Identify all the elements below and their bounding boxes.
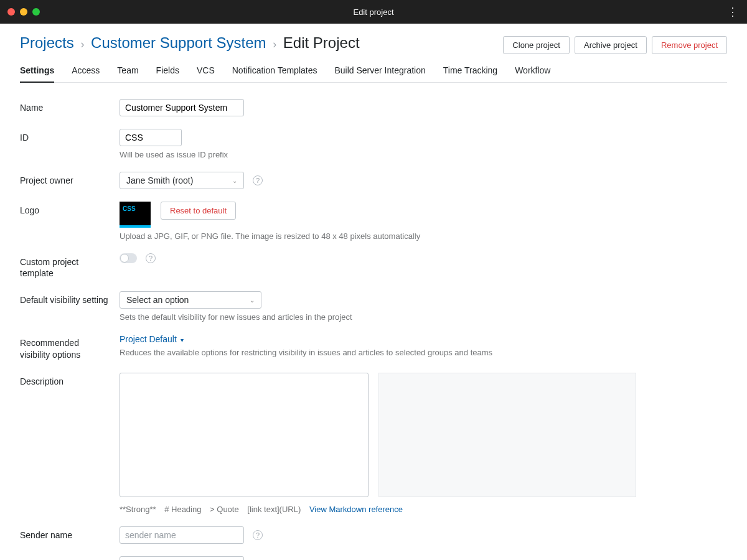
sender-name-input[interactable] (120, 526, 244, 544)
id-label: ID (20, 129, 110, 143)
custom-template-label: Custom project template (20, 253, 110, 279)
breadcrumb-current: Edit Project (283, 34, 360, 51)
tab-team[interactable]: Team (117, 65, 138, 83)
breadcrumb-project-link[interactable]: Customer Support System (91, 34, 266, 51)
window-titlebar: Edit project ⋮ (0, 0, 747, 24)
breadcrumb: Projects › Customer Support System › Edi… (20, 34, 360, 52)
recommended-visibility-value: Project Default (120, 334, 177, 344)
description-label: Description (20, 373, 110, 387)
help-icon[interactable]: ? (253, 530, 263, 540)
name-input[interactable] (120, 99, 244, 116)
window-title: Edit project (0, 7, 747, 17)
chevron-down-icon: ⌄ (250, 297, 255, 304)
chevron-right-icon: › (270, 38, 279, 50)
remove-project-button[interactable]: Remove project (652, 36, 727, 54)
tab-time-tracking[interactable]: Time Tracking (443, 65, 497, 83)
default-visibility-hint: Sets the default visibility for new issu… (120, 312, 727, 322)
tab-build-server-integration[interactable]: Build Server Integration (334, 65, 425, 83)
chevron-down-icon: ⌄ (232, 177, 237, 184)
logo-tile-text: CSS (123, 205, 136, 212)
tab-access[interactable]: Access (72, 65, 100, 83)
recommended-visibility-label: Recommended visibility options (20, 334, 110, 360)
tab-notification-templates[interactable]: Notification Templates (232, 65, 317, 83)
logo-label: Logo (20, 202, 110, 216)
reset-logo-button[interactable]: Reset to default (161, 202, 236, 220)
caret-down-icon: ▾ (181, 337, 184, 343)
breadcrumb-projects-link[interactable]: Projects (20, 34, 74, 51)
kebab-menu-icon[interactable]: ⋮ (727, 6, 738, 17)
logo-hint: Upload a JPG, GIF, or PNG file. The imag… (120, 231, 727, 241)
custom-template-toggle[interactable] (120, 253, 137, 263)
description-preview (378, 373, 636, 497)
recommended-visibility-hint: Reduces the available options for restri… (120, 348, 727, 357)
settings-tabs: SettingsAccessTeamFieldsVCSNotification … (20, 65, 727, 83)
chevron-right-icon: › (78, 38, 87, 50)
sender-name-label: Sender name (20, 526, 110, 541)
tab-workflow[interactable]: Workflow (515, 65, 550, 83)
default-visibility-select[interactable]: Select an option ⌄ (120, 291, 261, 309)
clone-project-button[interactable]: Clone project (503, 36, 570, 54)
reply-to-label: Reply-To address (20, 556, 110, 560)
tab-vcs[interactable]: VCS (197, 65, 215, 83)
recommended-visibility-dropdown[interactable]: Project Default ▾ (120, 334, 184, 344)
md-hint-quote: > Quote (210, 505, 239, 514)
default-visibility-label: Default visibility setting (20, 291, 110, 306)
markdown-reference-link[interactable]: View Markdown reference (309, 505, 403, 514)
help-icon[interactable]: ? (253, 175, 263, 185)
md-hint-strong: **Strong** (120, 505, 156, 514)
name-label: Name (20, 99, 110, 113)
owner-value: Jane Smith (root) (126, 175, 193, 185)
markdown-hints: **Strong** # Heading > Quote [link text]… (120, 505, 727, 514)
owner-label: Project owner (20, 172, 110, 186)
md-hint-heading: # Heading (164, 505, 201, 514)
id-input[interactable] (120, 129, 182, 146)
tab-fields[interactable]: Fields (156, 65, 179, 83)
project-actions: Clone project Archive project Remove pro… (503, 36, 727, 54)
id-hint: Will be used as issue ID prefix (120, 150, 727, 159)
description-textarea[interactable] (120, 373, 369, 497)
logo-upload[interactable]: CSS (120, 202, 151, 228)
reply-to-input[interactable] (120, 556, 244, 560)
default-visibility-placeholder: Select an option (126, 295, 189, 305)
archive-project-button[interactable]: Archive project (575, 36, 647, 54)
help-icon[interactable]: ? (146, 253, 156, 263)
logo-accent-bar (120, 225, 151, 228)
owner-select[interactable]: Jane Smith (root) ⌄ (120, 172, 244, 189)
tab-settings[interactable]: Settings (20, 65, 54, 83)
md-hint-link: [link text](URL) (247, 505, 301, 514)
